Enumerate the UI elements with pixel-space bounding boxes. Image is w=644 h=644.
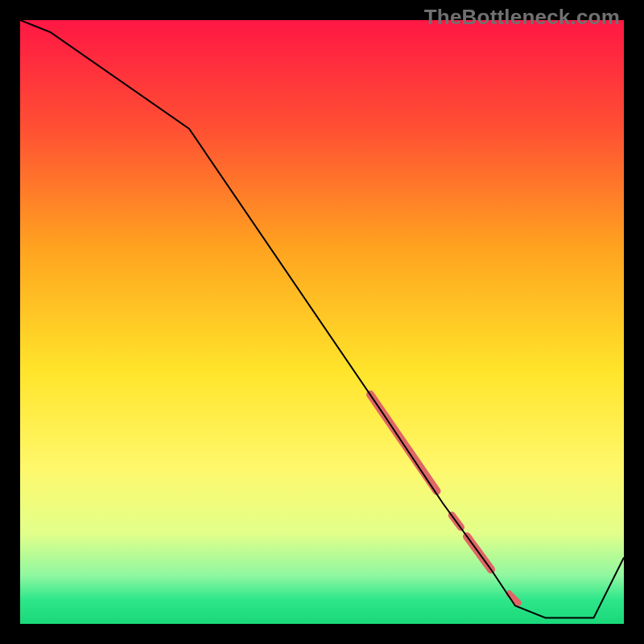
chart-svg [20,20,624,624]
gradient-background [20,20,624,624]
watermark-text: TheBottleneck.com [424,5,620,30]
outer-frame: TheBottleneck.com [0,0,644,644]
chart-area [20,20,624,624]
